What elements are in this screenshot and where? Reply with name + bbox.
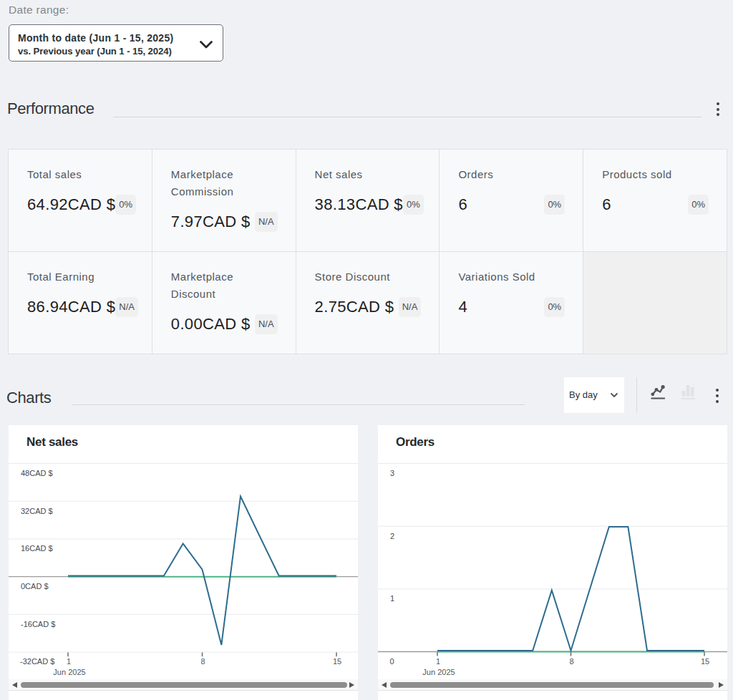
svg-text:-16CAD $: -16CAD $ — [21, 620, 55, 628]
svg-text:Jun 2025: Jun 2025 — [53, 668, 85, 676]
svg-text:1: 1 — [390, 594, 394, 603]
svg-text:16CAD $: 16CAD $ — [21, 544, 53, 553]
svg-text:48CAD $: 48CAD $ — [21, 469, 53, 477]
svg-text:32CAD $: 32CAD $ — [21, 507, 53, 515]
svg-text:8: 8 — [569, 657, 573, 666]
svg-text:-32CAD $: -32CAD $ — [20, 657, 54, 666]
svg-text:0: 0 — [390, 657, 394, 666]
svg-text:15: 15 — [333, 657, 341, 666]
svg-text:8: 8 — [200, 657, 205, 666]
svg-text:1: 1 — [436, 657, 440, 666]
svg-text:2: 2 — [390, 532, 394, 540]
svg-text:3: 3 — [390, 469, 394, 477]
svg-text:0CAD $: 0CAD $ — [21, 582, 49, 590]
svg-text:Jun 2025: Jun 2025 — [422, 668, 455, 676]
svg-text:1: 1 — [67, 657, 71, 666]
svg-text:15: 15 — [701, 657, 709, 666]
